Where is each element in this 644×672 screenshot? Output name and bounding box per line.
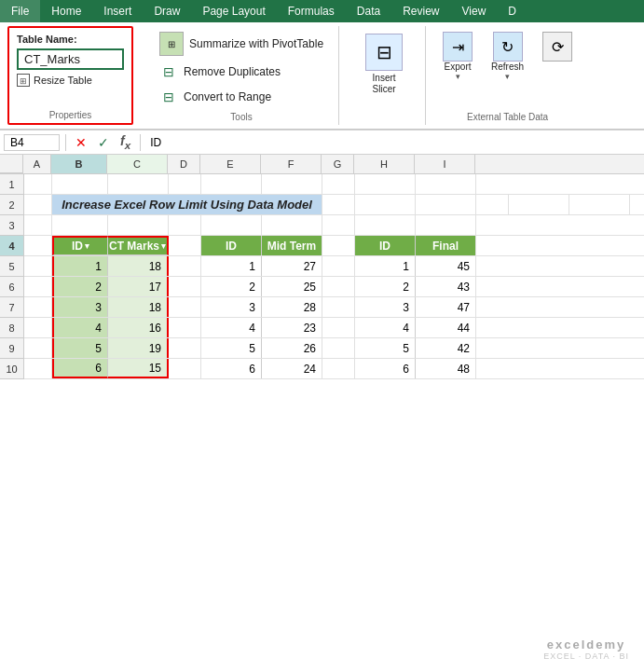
cell-reference-input[interactable]: [4, 134, 60, 151]
cell-F6[interactable]: 25: [262, 277, 322, 296]
cell-A10[interactable]: [24, 359, 52, 378]
cell-D4[interactable]: [169, 236, 201, 255]
col-header-I[interactable]: I: [415, 155, 475, 173]
tab-review[interactable]: Review: [391, 0, 450, 22]
cell-A1[interactable]: [24, 174, 52, 194]
col-header-E[interactable]: E: [200, 155, 261, 173]
cell-D3[interactable]: [169, 215, 201, 235]
cell-G2[interactable]: [476, 195, 509, 214]
cell-E7[interactable]: 3: [201, 297, 262, 317]
cell-A7[interactable]: [24, 297, 52, 317]
col-header-H[interactable]: H: [354, 155, 415, 173]
table3-header-final[interactable]: Final: [416, 236, 476, 255]
cell-D9[interactable]: [169, 338, 201, 358]
col-header-F[interactable]: F: [261, 155, 322, 173]
table3-header-id[interactable]: ID: [355, 236, 416, 255]
tab-data[interactable]: Data: [346, 0, 391, 22]
cell-H3[interactable]: [355, 215, 416, 235]
tab-view[interactable]: View: [451, 0, 498, 22]
cancel-icon[interactable]: ✕: [72, 135, 90, 150]
col-header-A[interactable]: A: [23, 155, 51, 173]
cell-A4[interactable]: [24, 236, 52, 255]
dropdown-arrow[interactable]: ▾: [85, 241, 89, 251]
cell-B5[interactable]: 1: [52, 256, 108, 276]
cell-C6[interactable]: 17: [108, 277, 169, 296]
cell-G1[interactable]: [322, 174, 355, 194]
function-icon[interactable]: fx: [116, 133, 134, 151]
cell-H2[interactable]: [509, 195, 569, 214]
cell-H7[interactable]: 3: [355, 297, 416, 317]
cell-G7[interactable]: [322, 297, 355, 317]
table-name-input[interactable]: [17, 48, 124, 70]
tab-file[interactable]: File: [0, 0, 40, 22]
table2-header-id[interactable]: ID: [201, 236, 262, 255]
refresh-dropdown[interactable]: ▾: [505, 72, 510, 81]
tab-insert[interactable]: Insert: [92, 0, 143, 22]
cell-E3[interactable]: [201, 215, 262, 235]
cell-C10[interactable]: 15: [108, 359, 169, 378]
cell-E2[interactable]: [355, 195, 416, 214]
cell-C1[interactable]: [108, 174, 169, 194]
cell-E5[interactable]: 1: [201, 256, 262, 276]
tab-d[interactable]: D: [497, 0, 528, 22]
cell-F10[interactable]: 24: [262, 359, 322, 378]
remove-duplicates-button[interactable]: ⊟ Remove Duplicates: [156, 61, 327, 83]
cell-B8[interactable]: 4: [52, 318, 108, 337]
summarize-pivot-button[interactable]: ⊞ Summarize with PivotTable: [156, 30, 327, 58]
table1-header-id[interactable]: ID ▾: [52, 236, 108, 255]
cell-H6[interactable]: 2: [355, 277, 416, 296]
cell-D8[interactable]: [169, 318, 201, 337]
cell-G10[interactable]: [322, 359, 355, 378]
cell-H1[interactable]: [355, 174, 416, 194]
export-button[interactable]: ⇥ Export ▾: [437, 30, 478, 83]
cell-D5[interactable]: [169, 256, 201, 276]
table1-header-ctmarks[interactable]: CT Marks ▾: [108, 236, 169, 255]
cell-D2[interactable]: [322, 195, 355, 214]
cell-H9[interactable]: 5: [355, 338, 416, 358]
col-header-D[interactable]: D: [168, 155, 200, 173]
external-extra-button[interactable]: ⟳: [537, 30, 578, 63]
cell-E9[interactable]: 5: [201, 338, 262, 358]
cell-I7[interactable]: 47: [416, 297, 476, 317]
cell-G9[interactable]: [322, 338, 355, 358]
dropdown-arrow2[interactable]: ▾: [161, 241, 166, 251]
export-dropdown[interactable]: ▾: [456, 72, 460, 81]
cell-I9[interactable]: 42: [416, 338, 476, 358]
cell-A5[interactable]: [24, 256, 52, 276]
tab-draw[interactable]: Draw: [143, 0, 191, 22]
insert-slicer-button[interactable]: ⊟ InsertSlicer: [358, 30, 410, 99]
tab-home[interactable]: Home: [40, 0, 92, 22]
col-header-C[interactable]: C: [107, 155, 168, 173]
cell-C9[interactable]: 19: [108, 338, 169, 358]
cell-F5[interactable]: 27: [262, 256, 322, 276]
cell-I3[interactable]: [416, 215, 476, 235]
cell-B10[interactable]: 6: [52, 359, 108, 378]
cell-C8[interactable]: 16: [108, 318, 169, 337]
cell-I8[interactable]: 44: [416, 318, 476, 337]
cell-B1[interactable]: [52, 174, 108, 194]
cell-I10[interactable]: 48: [416, 359, 476, 378]
col-header-B[interactable]: B: [51, 155, 107, 173]
cell-D7[interactable]: [169, 297, 201, 317]
convert-range-button[interactable]: ⊟ Convert to Range: [156, 86, 327, 108]
cell-E8[interactable]: 4: [201, 318, 262, 337]
table2-header-midterm[interactable]: Mid Term: [262, 236, 322, 255]
cell-G3[interactable]: [322, 215, 355, 235]
resize-table-button[interactable]: ⊞ Resize Table: [17, 74, 124, 87]
cell-G6[interactable]: [322, 277, 355, 296]
cell-C7[interactable]: 18: [108, 297, 169, 317]
cell-D1[interactable]: [169, 174, 201, 194]
cell-E6[interactable]: 2: [201, 277, 262, 296]
tab-formulas[interactable]: Formulas: [277, 0, 346, 22]
refresh-button[interactable]: ↻ Refresh ▾: [486, 30, 529, 83]
cell-D10[interactable]: [169, 359, 201, 378]
cell-F3[interactable]: [262, 215, 322, 235]
cell-H10[interactable]: 6: [355, 359, 416, 378]
title-cell[interactable]: Increase Excel Row Limit Using Data Mode…: [52, 195, 322, 214]
formula-input[interactable]: [146, 136, 640, 149]
cell-C5[interactable]: 18: [108, 256, 169, 276]
cell-I6[interactable]: 43: [416, 277, 476, 296]
cell-F8[interactable]: 23: [262, 318, 322, 337]
cell-B9[interactable]: 5: [52, 338, 108, 358]
confirm-icon[interactable]: ✓: [94, 135, 113, 150]
